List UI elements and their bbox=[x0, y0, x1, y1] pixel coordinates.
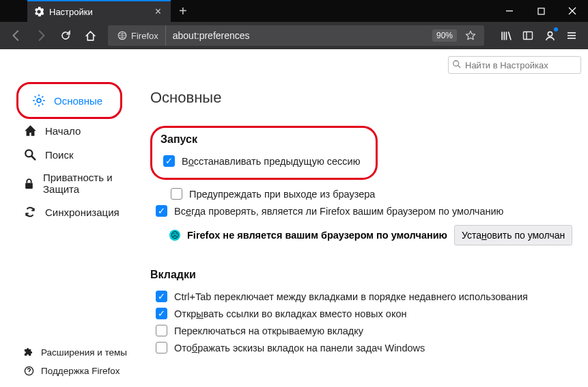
svg-rect-16 bbox=[25, 183, 33, 189]
svg-rect-1 bbox=[538, 8, 544, 14]
status-text: Firefox не является вашим браузером по у… bbox=[187, 230, 447, 241]
category-search[interactable]: Поиск bbox=[16, 143, 142, 166]
nav-toolbar: Firefox 90% bbox=[0, 22, 588, 49]
category-privacy[interactable]: Приватность и Защита bbox=[16, 166, 142, 200]
bookmark-star-icon[interactable] bbox=[460, 30, 481, 41]
checkbox-icon bbox=[156, 205, 167, 217]
option-switch-to-tab[interactable]: Переключаться на открываемую вкладку bbox=[150, 322, 577, 339]
forward-button[interactable] bbox=[30, 25, 52, 46]
lock-icon bbox=[23, 178, 35, 189]
option-warn-on-quit[interactable]: Предупреждать при выходе из браузера bbox=[165, 185, 577, 202]
sidebar-button[interactable] bbox=[517, 25, 539, 46]
notification-dot-icon bbox=[554, 27, 558, 31]
link-support[interactable]: Поддержка Firefox bbox=[16, 362, 142, 380]
maximize-button[interactable] bbox=[525, 0, 557, 22]
url-bar[interactable]: Firefox 90% bbox=[108, 25, 484, 46]
svg-point-7 bbox=[548, 31, 552, 36]
new-tab-button[interactable]: + bbox=[171, 3, 195, 19]
highlight-general: Основные bbox=[16, 82, 122, 119]
minimize-button[interactable] bbox=[494, 0, 525, 22]
app-menu-button[interactable] bbox=[561, 25, 583, 46]
section-title-launch: Запуск bbox=[160, 133, 361, 146]
category-home[interactable]: Начало bbox=[16, 119, 142, 143]
help-icon bbox=[23, 366, 34, 376]
tab-title: Настройки bbox=[49, 7, 147, 17]
find-in-settings bbox=[448, 56, 581, 74]
option-taskbar-previews[interactable]: Отображать эскизы вкладок на панели зада… bbox=[150, 339, 577, 356]
category-label: Поиск bbox=[45, 149, 74, 161]
main-panel: Основные Запуск Восстанавливать предыдущ… bbox=[150, 49, 588, 387]
checkbox-icon bbox=[156, 308, 167, 319]
gear-icon bbox=[32, 94, 46, 107]
option-label: Предупреждать при выходе из браузера bbox=[189, 189, 375, 200]
window-controls bbox=[494, 0, 588, 22]
svg-point-13 bbox=[37, 98, 41, 103]
highlight-launch: Запуск Восстанавливать предыдущую сессию bbox=[150, 126, 378, 180]
link-label: Расширения и темы bbox=[41, 347, 127, 358]
option-always-check-default[interactable]: Всегда проверять, является ли Firefox ва… bbox=[150, 202, 577, 219]
page-title: Основные bbox=[150, 89, 577, 107]
svg-line-12 bbox=[458, 66, 461, 68]
category-general[interactable]: Основные bbox=[25, 88, 109, 113]
search-icon bbox=[23, 148, 37, 161]
option-label: Открывать ссылки во вкладках вместо новы… bbox=[174, 308, 406, 319]
tabs-strip: Настройки × + bbox=[0, 0, 195, 22]
svg-rect-5 bbox=[524, 32, 533, 40]
option-label: Всегда проверять, является ли Firefox ва… bbox=[174, 206, 503, 217]
category-label: Основные bbox=[54, 95, 102, 107]
checkbox-icon bbox=[163, 155, 175, 167]
category-label: Синхронизация bbox=[45, 206, 120, 218]
identity-label: Firefox bbox=[131, 31, 158, 41]
default-browser-status: ☹ Firefox не является вашим браузером по… bbox=[150, 219, 577, 248]
window-titlebar: Настройки × + bbox=[0, 0, 588, 22]
firefox-icon bbox=[117, 31, 127, 40]
search-input[interactable] bbox=[448, 56, 581, 74]
search-icon bbox=[452, 59, 462, 69]
checkbox-icon bbox=[156, 325, 167, 336]
gear-icon bbox=[34, 7, 44, 16]
puzzle-icon bbox=[23, 347, 34, 358]
identity-box[interactable]: Firefox bbox=[111, 25, 166, 46]
sad-face-icon: ☹ bbox=[169, 230, 180, 241]
home-button[interactable] bbox=[79, 25, 101, 46]
checkbox-icon bbox=[171, 188, 182, 200]
link-extensions[interactable]: Расширения и темы bbox=[16, 343, 142, 362]
category-label: Приватность и Защита bbox=[43, 172, 135, 195]
option-restore-session[interactable]: Восстанавливать предыдущую сессию bbox=[158, 152, 361, 170]
reload-button[interactable] bbox=[55, 25, 76, 46]
make-default-button[interactable]: Установить по умолчан bbox=[454, 225, 572, 245]
close-window-button[interactable] bbox=[557, 0, 588, 22]
tab-close-button[interactable]: × bbox=[152, 5, 164, 18]
tab-settings[interactable]: Настройки × bbox=[27, 0, 171, 22]
checkbox-icon bbox=[156, 342, 167, 353]
option-label: Восстанавливать предыдущую сессию bbox=[182, 156, 361, 167]
option-label: Переключаться на открываемую вкладку bbox=[174, 325, 363, 336]
category-sync[interactable]: Синхронизация bbox=[16, 200, 142, 224]
link-label: Поддержка Firefox bbox=[41, 366, 120, 376]
library-button[interactable] bbox=[495, 25, 517, 46]
checkbox-icon bbox=[156, 291, 167, 302]
option-ctrl-tab[interactable]: Ctrl+Tab переключает между вкладками в п… bbox=[150, 288, 577, 305]
svg-point-11 bbox=[453, 61, 459, 66]
section-title-tabs: Вкладки bbox=[150, 269, 577, 281]
category-label: Начало bbox=[45, 125, 81, 137]
option-open-links-in-tabs[interactable]: Открывать ссылки во вкладках вместо новы… bbox=[150, 305, 577, 322]
zoom-indicator[interactable]: 90% bbox=[432, 29, 457, 42]
svg-line-15 bbox=[31, 156, 35, 159]
back-button[interactable] bbox=[5, 25, 27, 46]
url-input[interactable] bbox=[166, 30, 432, 41]
option-label: Ctrl+Tab переключает между вкладками в п… bbox=[174, 291, 528, 302]
home-icon bbox=[23, 124, 37, 137]
preferences-content: Основные Начало Поиск Приватность и Защи… bbox=[0, 49, 588, 387]
sync-icon bbox=[23, 206, 37, 218]
account-button[interactable] bbox=[539, 25, 561, 46]
option-label: Отображать эскизы вкладок на панели зада… bbox=[174, 343, 425, 353]
category-sidebar: Основные Начало Поиск Приватность и Защи… bbox=[0, 49, 150, 387]
